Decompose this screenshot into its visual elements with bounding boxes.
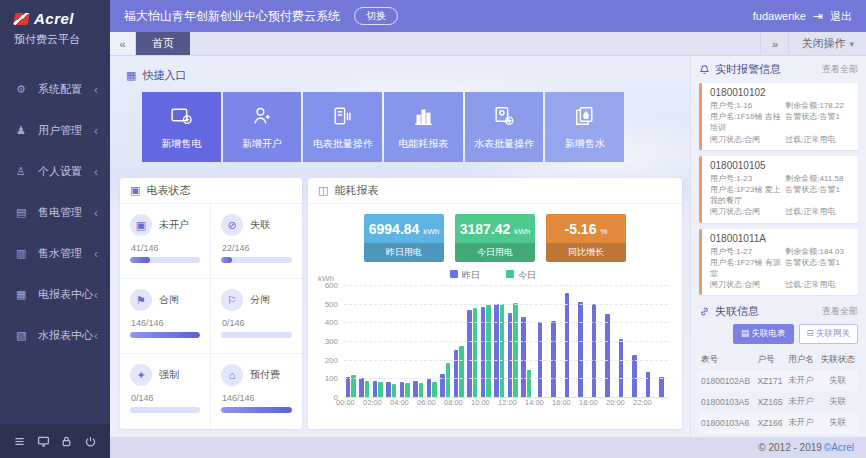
- droplet-page-icon: [572, 104, 597, 131]
- chart-bar[interactable]: [446, 363, 451, 398]
- chart-bar[interactable]: [386, 382, 391, 398]
- alarm-list: 0180010102 用户号:1-16剩余金额:178.22用户名:1F16铺 …: [699, 77, 858, 295]
- footer: © 2012 - 2019 ©Acrel: [110, 437, 866, 458]
- quick-button-add-sell-electric[interactable]: 新增售电: [142, 92, 221, 162]
- chart-bar[interactable]: [373, 381, 378, 398]
- chart-bar[interactable]: [486, 305, 491, 398]
- chart-bar[interactable]: [413, 381, 418, 398]
- close-operations-dropdown[interactable]: 关闭操作 ▾: [788, 32, 866, 55]
- chart-plot-area: kWh 0 100 200 300 400 500 600: [344, 286, 668, 398]
- alarm-card[interactable]: 0180010102 用户号:1-16剩余金额:178.22用户名:1F16铺 …: [699, 83, 858, 150]
- offline-table-row[interactable]: 01800103A6XZ166未开户失联: [699, 412, 858, 433]
- footer-brand-link[interactable]: ©Acrel: [824, 442, 854, 453]
- sidebar-item-electric-report-center[interactable]: ▦ 电报表中心 ‹: [0, 274, 110, 315]
- alarm-card[interactable]: 018001011A 用户号:1-27剩余金额:184.03用户名:1F27铺 …: [699, 229, 858, 296]
- sidebar: Acrel 预付费云平台 ⚙ 系统配置 ‹ ♟ 用户管理 ‹ ♙ 个人设置 ‹ …: [0, 0, 110, 458]
- offline-table-row[interactable]: 01800103A5XZ165未开户失联: [699, 391, 858, 412]
- quick-button-add-sell-water[interactable]: 新增售水: [545, 92, 624, 162]
- energy-report-icon: ◫: [318, 184, 328, 197]
- tabs-collapse-button[interactable]: «: [110, 32, 136, 55]
- tabs-expand-button[interactable]: »: [760, 32, 788, 55]
- energy-stat-box: 3187.42 kWh 今日用电: [455, 214, 535, 262]
- bar-chart-icon: [411, 104, 436, 131]
- offline-view-all-link[interactable]: 查看全部: [822, 305, 858, 318]
- chart-bar[interactable]: [481, 307, 486, 398]
- power-icon[interactable]: [84, 435, 97, 448]
- quick-button-add-account[interactable]: 新增开户: [223, 92, 302, 162]
- chart-bar[interactable]: [513, 303, 518, 398]
- chart-bar[interactable]: [359, 378, 364, 398]
- energy-report-panel: ◫ 能耗报表 6994.84 kWh 昨日用电 3187.42 kWh 今日用电…: [308, 178, 682, 429]
- platform-name: 预付费云平台: [14, 32, 110, 47]
- sidebar-item-system-config[interactable]: ⚙ 系统配置 ‹: [0, 69, 110, 110]
- offline-table-header: 表号户号用户名失联状态: [699, 350, 858, 370]
- offline-table-row[interactable]: 01800102ABXZ171未开户失联: [699, 370, 858, 391]
- energy-chart: 昨日今日 kWh 0 100 200 300 400 500 600 00:00…: [308, 268, 682, 429]
- meter-status-value: 0/146: [222, 318, 292, 328]
- chart-bar[interactable]: [419, 383, 424, 398]
- sell-electric-icon: ▤: [16, 206, 32, 219]
- chart-bar[interactable]: [646, 372, 651, 398]
- chart-bar[interactable]: [405, 383, 410, 398]
- username[interactable]: fudawenke: [753, 10, 806, 22]
- chart-bar[interactable]: [592, 304, 597, 398]
- chart-bar[interactable]: [605, 314, 610, 398]
- chart-bar[interactable]: [432, 382, 437, 398]
- chart-bar[interactable]: [427, 379, 432, 398]
- chart-bar[interactable]: [392, 384, 397, 398]
- chart-bar[interactable]: [508, 313, 513, 398]
- copyright-text: © 2012 - 2019: [758, 442, 822, 453]
- chart-bar[interactable]: [619, 339, 624, 398]
- chevron-left-icon: ‹: [94, 329, 98, 343]
- energy-stat-row: 6994.84 kWh 昨日用电 3187.42 kWh 今日用电 -5.16 …: [308, 214, 682, 262]
- sidebar-bottom-bar: [0, 424, 110, 458]
- legend-item[interactable]: 昨日: [450, 269, 480, 282]
- meter-status-value: 22/146: [222, 243, 292, 253]
- offline-table: 表号户号用户名失联状态 01800102ABXZ171未开户失联01800103…: [699, 350, 858, 437]
- link-broken-icon: ⊘: [221, 214, 243, 236]
- chart-bar[interactable]: [494, 304, 499, 398]
- chart-bar[interactable]: [565, 293, 570, 398]
- sidebar-item-water-sales[interactable]: ▥ 售水管理 ‹: [0, 233, 110, 274]
- switch-project-button[interactable]: 切换: [354, 7, 398, 25]
- menu-icon[interactable]: [13, 435, 26, 448]
- offline-filter-buttons: ▤ 失联电表 ⊟ 失联网关: [699, 324, 858, 344]
- offline-meter-button[interactable]: ▤ 失联电表: [733, 324, 793, 344]
- offline-gateway-button[interactable]: ⊟ 失联网关: [799, 324, 858, 344]
- chart-bar[interactable]: [578, 302, 583, 398]
- chevron-left-icon: ‹: [94, 83, 98, 97]
- lock-icon[interactable]: [60, 435, 73, 448]
- chart-bar[interactable]: [459, 346, 464, 398]
- monitor-icon[interactable]: [37, 435, 50, 448]
- chart-bar[interactable]: [500, 304, 505, 398]
- meter-status-cell: ⊘ 失联 22/146: [211, 204, 302, 279]
- chart-bar[interactable]: [521, 317, 526, 398]
- chart-bar[interactable]: [659, 377, 664, 398]
- quick-button-meter-batch-ops[interactable]: 电表批量操作: [303, 92, 382, 162]
- chart-bar[interactable]: [346, 377, 351, 398]
- chart-bar[interactable]: [400, 382, 405, 398]
- quick-button-water-batch-ops[interactable]: 水表批量操作: [465, 92, 544, 162]
- sidebar-item-personal-settings[interactable]: ♙ 个人设置 ‹: [0, 151, 110, 192]
- meter-status-progress: [221, 257, 292, 263]
- legend-item[interactable]: 今日: [506, 269, 536, 282]
- chevron-left-icon: ‹: [94, 247, 98, 261]
- sidebar-item-user-management[interactable]: ♟ 用户管理 ‹: [0, 110, 110, 151]
- chart-bar[interactable]: [454, 350, 459, 398]
- alarm-card[interactable]: 0180010105 用户号:1-23剩余金额:411.58用户名:1F23铺 …: [699, 156, 858, 223]
- logout-button[interactable]: 退出: [830, 9, 852, 24]
- chart-bar[interactable]: [467, 310, 472, 398]
- chart-bar[interactable]: [365, 381, 370, 398]
- alarms-view-all-link[interactable]: 查看全部: [822, 63, 858, 76]
- sidebar-item-electric-sales[interactable]: ▤ 售电管理 ‹: [0, 192, 110, 233]
- chart-bar[interactable]: [378, 382, 383, 398]
- chart-bar[interactable]: [527, 370, 532, 398]
- alarm-meter-id: 0180010105: [710, 160, 852, 171]
- sidebar-item-water-report-center[interactable]: ▧ 水报表中心 ‹: [0, 315, 110, 356]
- chart-bar[interactable]: [632, 355, 637, 398]
- tab-home[interactable]: 首页: [136, 32, 190, 55]
- electric-report-icon: ▦: [16, 288, 32, 301]
- bell-icon: [699, 64, 710, 75]
- switch-off-icon: ⚐: [221, 289, 243, 311]
- quick-button-energy-report[interactable]: 电能耗报表: [384, 92, 463, 162]
